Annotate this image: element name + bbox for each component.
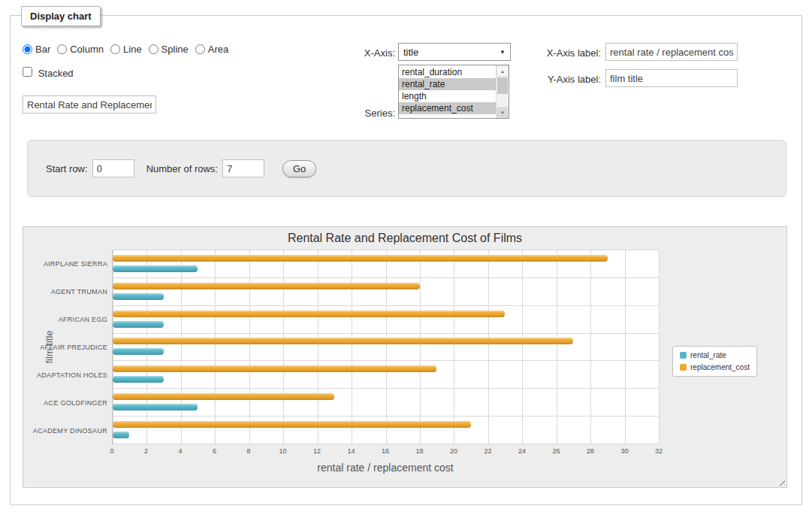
x-tick-label: 8	[246, 447, 250, 455]
radio-bar-label: Bar	[35, 44, 50, 55]
chart-panel: Rental Rate and Replacement Cost of Film…	[23, 226, 787, 488]
stacked-checkbox[interactable]	[23, 67, 32, 77]
x-tick-label: 12	[313, 447, 321, 455]
plot-area	[112, 250, 659, 444]
bar-rental_rate[interactable]	[113, 321, 164, 328]
series-option-replacement-cost[interactable]: replacement_cost	[399, 102, 496, 114]
bar-rental_rate[interactable]	[113, 348, 164, 355]
x-axis-select-label: X-Axis:	[341, 47, 395, 59]
x-tick-label: 6	[213, 447, 216, 455]
radio-area-label: Area	[208, 44, 228, 55]
radio-spline-label: Spline	[161, 44, 189, 55]
x-tick-label: 22	[484, 447, 491, 455]
bar-rental_rate[interactable]	[113, 376, 164, 383]
bar-group	[113, 388, 659, 416]
legend-label: rental_rate	[690, 351, 726, 359]
radio-area-input[interactable]	[195, 44, 205, 54]
scroll-down-icon[interactable]: ▼	[497, 107, 509, 118]
bar-replacement_cost[interactable]	[113, 421, 471, 428]
x-axis-tick-labels: 02468101214161820222426283032	[112, 447, 659, 456]
stacked-row: Stacked	[23, 67, 74, 79]
chart-legend: rental_ratereplacement_cost	[672, 346, 757, 377]
scrollbar-thumb[interactable]	[497, 77, 508, 94]
row-range-panel: Start row: Number of rows: Go	[27, 140, 786, 197]
x-tick-label: 24	[518, 447, 526, 455]
go-button[interactable]: Go	[282, 160, 316, 177]
bar-group	[113, 305, 659, 333]
series-option-length[interactable]: length	[399, 90, 496, 102]
radio-line-label: Line	[123, 44, 142, 55]
stacked-label: Stacked	[38, 68, 74, 79]
radio-column-input[interactable]	[57, 44, 67, 54]
listbox-scrollbar[interactable]: ▲ ▼	[496, 65, 509, 118]
gridline-horizontal	[113, 444, 659, 444]
bar-replacement_cost[interactable]	[113, 338, 573, 344]
bar-rental_rate[interactable]	[113, 265, 198, 272]
radio-bar[interactable]: Bar	[23, 44, 50, 55]
bar-group	[113, 360, 659, 388]
radio-area[interactable]: Area	[195, 44, 228, 55]
legend-label: replacement_cost	[690, 363, 750, 371]
x-tick-label: 30	[620, 447, 628, 455]
stacked-checkbox-label-wrap[interactable]: Stacked	[23, 67, 74, 79]
x-axis-select[interactable]: title ▼	[398, 43, 511, 61]
radio-line-input[interactable]	[110, 44, 120, 54]
radio-line[interactable]: Line	[110, 44, 142, 55]
x-tick-label: 20	[450, 447, 457, 455]
series-select-label: Series:	[341, 108, 395, 119]
x-tick-label: 16	[382, 447, 389, 455]
bar-replacement_cost[interactable]	[113, 393, 334, 400]
radio-column[interactable]: Column	[57, 44, 104, 55]
bar-group	[113, 250, 659, 277]
series-option-rental-duration[interactable]: rental_duration	[399, 66, 496, 78]
num-rows-label: Number of rows:	[146, 163, 218, 174]
display-chart-fieldset: Display chart Bar Column Line Spline Are…	[10, 15, 802, 505]
series-option-list: rental_duration rental_rate length repla…	[399, 65, 496, 118]
x-tick-label: 18	[415, 447, 423, 455]
bar-rental_rate[interactable]	[113, 432, 129, 438]
fieldset-legend: Display chart	[21, 6, 101, 26]
start-row-input[interactable]	[92, 159, 134, 177]
chart-title: Rental Rate and Replacement Cost of Film…	[23, 232, 786, 245]
category-label: AIRPLANE SIERRA	[38, 250, 107, 277]
row-range-controls: Start row: Number of rows: Go	[46, 159, 316, 177]
chevron-down-icon: ▼	[500, 49, 506, 56]
category-label: AFRICAN EGG	[38, 305, 107, 333]
chart-title-input[interactable]	[23, 95, 156, 114]
legend-item-replacement_cost[interactable]: replacement_cost	[680, 363, 750, 371]
bar-group	[113, 416, 659, 444]
x-axis-label-input[interactable]	[605, 43, 738, 61]
category-label: AGENT TRUMAN	[38, 277, 107, 305]
bar-rental_rate[interactable]	[113, 293, 164, 300]
legend-swatch-icon	[680, 352, 687, 359]
bar-replacement_cost[interactable]	[113, 365, 436, 372]
legend-swatch-icon	[680, 364, 687, 371]
legend-item-rental_rate[interactable]: rental_rate	[680, 351, 750, 359]
x-tick-label: 26	[552, 447, 560, 455]
x-tick-label: 32	[655, 447, 663, 455]
radio-spline[interactable]: Spline	[149, 44, 189, 55]
scroll-up-icon[interactable]: ▲	[497, 65, 509, 77]
y-axis-label-label: Y-Axis label:	[529, 74, 601, 85]
x-tick-label: 4	[178, 447, 182, 455]
x-axis-selected-value: title	[403, 47, 418, 58]
bar-replacement_cost[interactable]	[113, 255, 608, 262]
num-rows-input[interactable]	[222, 159, 264, 177]
bar-replacement_cost[interactable]	[113, 283, 420, 289]
radio-bar-input[interactable]	[23, 44, 32, 54]
resize-handle-icon[interactable]	[777, 477, 785, 486]
category-label: AFFAIR PREJUDICE	[38, 333, 107, 361]
bar-replacement_cost[interactable]	[113, 311, 505, 317]
x-tick-label: 28	[587, 447, 594, 455]
gridline-vertical	[659, 250, 660, 444]
series-option-rental-rate[interactable]: rental_rate	[399, 78, 496, 90]
series-listbox: rental_duration rental_rate length repla…	[398, 65, 509, 119]
radio-column-label: Column	[70, 44, 104, 55]
radio-spline-input[interactable]	[149, 44, 158, 54]
x-tick-label: 0	[110, 447, 113, 455]
category-label: ACE GOLDFINGER	[38, 389, 107, 417]
category-label: ADAPTATION HOLES	[38, 361, 107, 389]
x-tick-label: 14	[347, 447, 355, 455]
bar-rental_rate[interactable]	[113, 404, 198, 411]
y-axis-label-input[interactable]	[605, 69, 738, 87]
